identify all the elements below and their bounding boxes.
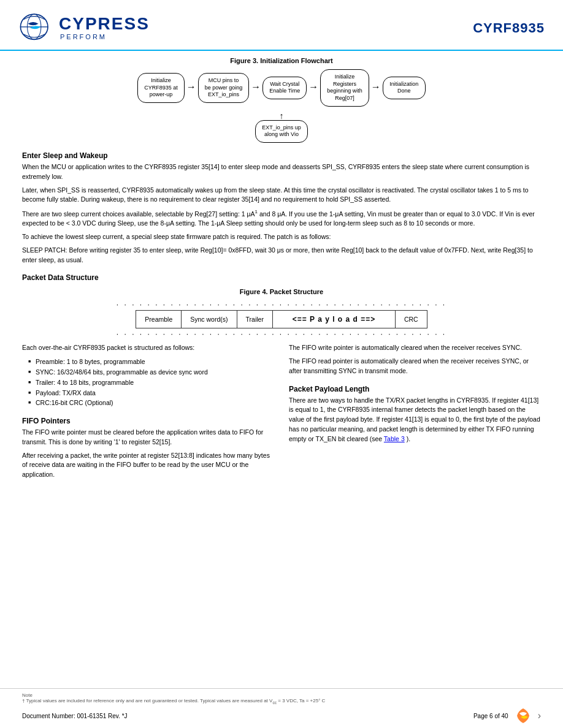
flow-box-3: Wait CrystalEnable Time: [262, 77, 307, 99]
payload-para-end: ).: [407, 435, 410, 442]
bullet-item-5: CRC:16-bit CRC (Optional): [28, 398, 274, 408]
packet-heading: Packet Data Structure: [22, 273, 541, 282]
figure4-title: Figure 4. Packet Structure: [240, 288, 323, 295]
packet-cell-preamble: Preamble: [136, 311, 182, 328]
fifo-para1: The FIFO write pointer must be cleared b…: [22, 428, 274, 447]
logo-text: CYPRESS PERFORM: [59, 15, 150, 40]
header: CYPRESS PERFORM CYRF8935: [0, 0, 563, 51]
header-title: CYRF8935: [473, 20, 545, 36]
packet-cell-trailer: Trailer: [237, 311, 272, 328]
flow-arrow-4: →: [369, 82, 383, 93]
packet-dots-bottom: · · · · · · · · · · · · · · · · · · · · …: [117, 330, 446, 338]
col-left: Each over-the-air CYRF8935 packet is str…: [22, 343, 274, 483]
flowchart-container: InitializeCYRF8935 atpower-up → MCU pins…: [22, 69, 541, 143]
sleep-sup: 1: [255, 209, 258, 214]
bullet-item-4: Payload: TX/RX data: [28, 388, 274, 398]
flow-bottom: ↑ EXT_io_pins upalong with Vio: [255, 112, 308, 143]
logo-area: CYPRESS PERFORM: [18, 11, 150, 45]
packet-figure: Figure 4. Packet Structure · · · · · · ·…: [22, 288, 541, 338]
sleep-heading: Enter Sleep and Wakeup: [22, 151, 541, 160]
cypress-logo-icon: [18, 11, 55, 45]
sleep-para4: To achieve the lowest sleep current, a s…: [22, 232, 541, 242]
col-right: The FIFO write pointer is automatically …: [289, 343, 541, 483]
packet-dots-top: · · · · · · · · · · · · · · · · · · · · …: [117, 300, 446, 309]
table3-link[interactable]: Table 3: [384, 435, 405, 442]
payload-heading: Packet Payload Length: [289, 385, 541, 393]
sleep-para2: Later, when SPI_SS is reasserted, CYRF89…: [22, 186, 541, 205]
bullet-list: Preamble: 1 to 8 bytes, programmable SYN…: [28, 357, 274, 408]
logo-perform-label: PERFORM: [60, 34, 150, 40]
fifo-para2: After receiving a packet, the write poin…: [22, 451, 274, 480]
packet-cell-crc: CRC: [395, 311, 427, 328]
left-intro: Each over-the-air CYRF8935 packet is str…: [22, 343, 274, 353]
flow-down-arrow: ↑: [279, 112, 283, 120]
sleep-para3: There are two sleep current choices avai…: [22, 208, 541, 229]
flow-box-4: InitializeRegistersbeginning withReg[07]: [320, 69, 369, 107]
packet-table: Preamble Sync word(s) Trailer <== P a y …: [136, 310, 427, 328]
packet-cell-sync: Sync word(s): [182, 311, 237, 328]
footer-doc-number: Document Number: 001-61351 Rev. *J: [22, 713, 128, 719]
flow-box-2: MCU pins tobe power goingEXT_io_pins: [198, 73, 250, 103]
footer-bottom: Document Number: 001-61351 Rev. *J Page …: [22, 707, 541, 724]
bullet-item-2: SYNC: 16/32/48/64 bits, programmable as …: [28, 367, 274, 377]
payload-para: There are two ways to handle the TX/RX p…: [289, 396, 541, 444]
flow-arrow-1: →: [185, 82, 198, 93]
footer-note: Note † Typical values are included for r…: [22, 692, 541, 705]
flow-arrow-2: →: [249, 82, 262, 93]
right-para2: The FIFO read pointer is automatically c…: [289, 357, 541, 376]
figure3-title: Figure 3. Initialization Flowchart: [22, 57, 541, 64]
flow-box-1: InitializeCYRF8935 atpower-up: [137, 73, 185, 103]
flow-box-5: InitializationDone: [383, 77, 426, 99]
logo-cypress-label: CYPRESS: [59, 15, 150, 32]
footer: Note † Typical values are included for r…: [0, 688, 563, 728]
sleep-para1: When the MCU or application writes to th…: [22, 162, 541, 182]
bullet-item-1: Preamble: 1 to 8 bytes, programmable: [28, 357, 274, 367]
footer-cypress-logo-icon: [515, 707, 532, 724]
flow-bottom-box: EXT_io_pins upalong with Vio: [255, 120, 308, 143]
sleep-para5: SLEEP PATCH: Before writing register 35 …: [22, 246, 541, 265]
bullet-item-3: Trailer: 4 to 18 bits, programmable: [28, 377, 274, 388]
two-col-section: Each over-the-air CYRF8935 packet is str…: [22, 343, 541, 483]
flow-arrow-3: →: [307, 82, 320, 93]
note-text: † Typical values are included for refere…: [22, 698, 325, 703]
note-label: Note: [22, 692, 33, 698]
fifo-heading: FIFO Pointers: [22, 417, 274, 425]
packet-cell-payload: <== P a y l o a d ==>: [272, 311, 395, 328]
sleep-para3a: There are two sleep current choices avai…: [22, 210, 255, 218]
flow-top-row: InitializeCYRF8935 atpower-up → MCU pins…: [137, 69, 426, 107]
footer-page: Page 6 of 40: [473, 713, 508, 719]
main-content: Figure 3. Initialization Flowchart Initi…: [0, 51, 563, 490]
footer-nav-arrow[interactable]: ›: [538, 710, 541, 721]
payload-para-text: There are two ways to handle the TX/RX p…: [289, 396, 540, 442]
flowchart-wrapper: InitializeCYRF8935 atpower-up → MCU pins…: [137, 69, 426, 143]
right-para1: The FIFO write pointer is automatically …: [289, 343, 541, 353]
